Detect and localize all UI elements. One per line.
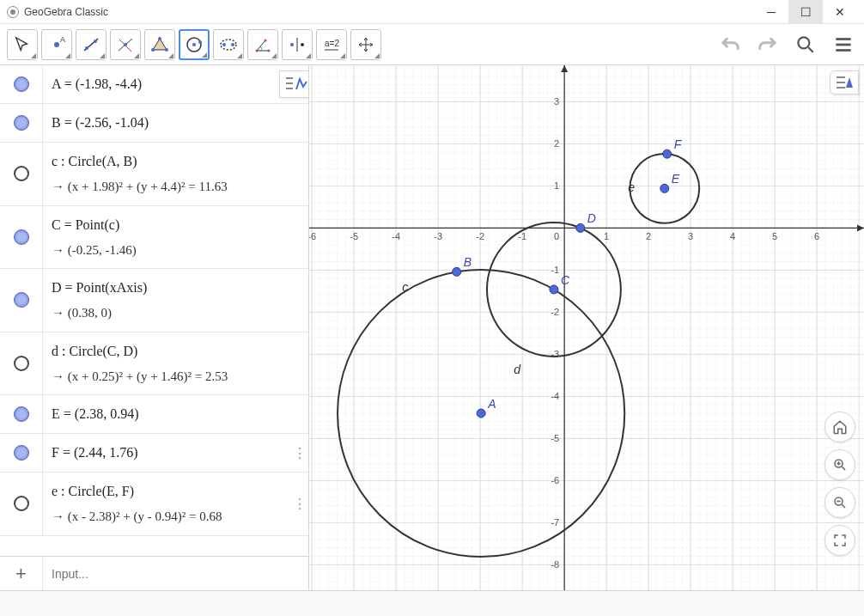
tool-move-view[interactable] <box>350 29 381 60</box>
algebra-row[interactable]: E = (2.38, 0.94) <box>0 395 308 434</box>
svg-text:-3: -3 <box>434 231 442 241</box>
visibility-point-icon[interactable] <box>14 292 29 308</box>
tool-perpendicular[interactable] <box>110 29 141 60</box>
svg-point-22 <box>290 43 294 46</box>
svg-point-15 <box>221 40 236 50</box>
algebra-row[interactable]: F = (2.44, 1.76)⋮ <box>0 434 308 473</box>
minimize-button[interactable]: ─ <box>754 0 788 24</box>
svg-text:-5: -5 <box>551 433 559 443</box>
svg-text:A: A <box>487 397 496 411</box>
svg-text:-4: -4 <box>551 391 559 401</box>
visibility-point-icon[interactable] <box>14 445 29 460</box>
tool-ellipse[interactable] <box>213 29 244 60</box>
toolbar: A a=2 <box>0 24 864 65</box>
graphics-settings-toggle[interactable] <box>830 70 859 95</box>
svg-point-9 <box>158 37 161 40</box>
svg-text:B: B <box>464 255 472 269</box>
tool-polygon[interactable] <box>144 29 175 60</box>
add-object-button[interactable]: + <box>0 557 43 590</box>
visibility-circle-icon[interactable] <box>14 356 29 371</box>
svg-text:-7: -7 <box>551 517 559 528</box>
algebra-row-content: e : Circle(E, F)→ (x - 2.38)² + (y - 0.9… <box>43 473 291 535</box>
svg-point-26 <box>798 37 809 48</box>
svg-text:-3: -3 <box>551 349 559 359</box>
svg-text:2: 2 <box>554 138 559 149</box>
graphics-controls <box>824 412 855 556</box>
fullscreen-button[interactable] <box>824 525 855 556</box>
algebra-input[interactable] <box>43 567 308 581</box>
svg-point-4 <box>94 40 97 43</box>
svg-point-3 <box>85 46 88 50</box>
svg-text:C: C <box>561 273 570 287</box>
svg-point-13 <box>192 43 196 46</box>
svg-line-253 <box>842 504 845 508</box>
row-menu-button[interactable]: ⋮ <box>291 434 308 472</box>
menu-button[interactable] <box>831 33 855 57</box>
algebra-row[interactable]: e : Circle(E, F)→ (x - 2.38)² + (y - 0.9… <box>0 473 308 536</box>
svg-text:5: 5 <box>772 231 777 241</box>
svg-text:a=2: a=2 <box>325 39 339 48</box>
svg-marker-200 <box>857 224 864 231</box>
svg-text:A: A <box>60 35 65 44</box>
svg-text:-1: -1 <box>551 265 559 275</box>
zoom-out-button[interactable] <box>824 487 855 518</box>
svg-text:0: 0 <box>554 231 559 241</box>
svg-point-16 <box>222 43 226 46</box>
algebra-list[interactable]: A = (-1.98, -4.4)B = (-2.56, -1.04)c : C… <box>0 65 308 556</box>
tool-circle[interactable] <box>179 29 210 60</box>
algebra-row-content: D = Point(xAxis)→ (0.38, 0) <box>43 269 308 332</box>
svg-text:-2: -2 <box>551 307 559 317</box>
algebra-row[interactable]: d : Circle(C, D)→ (x + 0.25)² + (y + 1.4… <box>0 332 308 396</box>
visibility-point-icon[interactable] <box>14 76 29 92</box>
visibility-circle-icon[interactable] <box>14 166 29 181</box>
svg-point-19 <box>265 39 267 41</box>
tool-reflect[interactable] <box>282 29 313 60</box>
svg-text:E: E <box>672 172 680 186</box>
visibility-point-icon[interactable] <box>14 115 29 131</box>
home-button[interactable] <box>824 412 855 442</box>
redo-button[interactable] <box>756 33 780 57</box>
svg-point-236 <box>550 285 558 294</box>
svg-text:3: 3 <box>554 96 559 107</box>
visibility-point-icon[interactable] <box>14 406 29 422</box>
svg-line-5 <box>119 39 132 51</box>
tool-angle[interactable] <box>247 29 278 60</box>
algebra-row[interactable]: C = Point(c)→ (-0.25, -1.46) <box>0 206 308 270</box>
footer <box>0 590 864 616</box>
svg-line-2 <box>84 39 98 51</box>
svg-point-11 <box>151 48 155 52</box>
algebra-row[interactable]: A = (-1.98, -4.4) <box>0 65 308 104</box>
algebra-row[interactable]: B = (-2.56, -1.04) <box>0 104 308 143</box>
svg-point-240 <box>660 184 669 192</box>
window-title: GeoGebra Classic <box>24 6 754 18</box>
tool-slider[interactable]: a=2 <box>316 29 347 60</box>
tool-line[interactable] <box>76 29 106 60</box>
tool-move[interactable] <box>7 29 38 60</box>
algebra-row-content: c : Circle(A, B)→ (x + 1.98)² + (y + 4.4… <box>43 143 308 205</box>
search-button[interactable] <box>794 33 818 57</box>
svg-point-18 <box>256 49 259 52</box>
algebra-row-content: B = (-2.56, -1.04) <box>43 104 308 142</box>
visibility-point-icon[interactable] <box>14 229 29 245</box>
visibility-circle-icon[interactable] <box>14 496 29 511</box>
zoom-in-button[interactable] <box>824 449 855 480</box>
graphics-view[interactable]: -6-5-4-3-2-1123456-8-7-6-5-4-3-2-11230cd… <box>309 65 864 590</box>
svg-text:6: 6 <box>814 231 819 241</box>
algebra-row-content: C = Point(c)→ (-0.25, -1.46) <box>43 206 308 269</box>
tool-point[interactable]: A <box>41 29 72 60</box>
undo-button[interactable] <box>718 33 742 57</box>
svg-text:1: 1 <box>604 231 609 241</box>
svg-text:-5: -5 <box>350 231 358 241</box>
svg-text:3: 3 <box>688 231 693 241</box>
input-row: + <box>0 556 308 590</box>
algebra-row-content: d : Circle(C, D)→ (x + 0.25)² + (y + 1.4… <box>43 332 308 395</box>
algebra-row[interactable]: c : Circle(A, B)→ (x + 1.98)² + (y + 4.4… <box>0 143 308 206</box>
svg-point-232 <box>477 409 485 418</box>
algebra-view-toggle[interactable] <box>279 70 309 98</box>
row-menu-button[interactable]: ⋮ <box>291 473 308 535</box>
maximize-button[interactable]: ☐ <box>788 0 823 24</box>
algebra-row[interactable]: D = Point(xAxis)→ (0.38, 0) <box>0 269 308 332</box>
app-logo-icon <box>7 6 19 18</box>
close-button[interactable]: ✕ <box>823 0 857 24</box>
algebra-panel: A = (-1.98, -4.4)B = (-2.56, -1.04)c : C… <box>0 65 309 590</box>
